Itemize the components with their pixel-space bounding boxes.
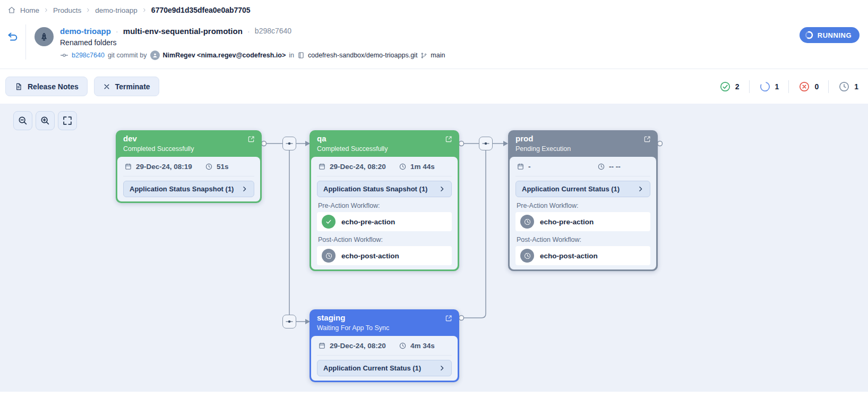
run-date: 29-Dec-24, 08:19 bbox=[136, 162, 192, 172]
clock-icon bbox=[205, 163, 213, 171]
run-date: 29-Dec-24, 08:20 bbox=[330, 341, 386, 351]
commit-row: b298c7640 git commit by NimRegev <nima.r… bbox=[60, 50, 445, 60]
zoom-out-button[interactable] bbox=[13, 111, 32, 130]
counter-failed: 0 bbox=[798, 81, 819, 92]
post-action-workflow-link[interactable]: echo-post-action bbox=[317, 246, 452, 265]
run-duration: 1m 44s bbox=[410, 162, 435, 172]
env-name: prod bbox=[515, 133, 571, 144]
chevron-right-icon bbox=[637, 186, 644, 192]
application-status-drawer[interactable]: Application Status Snapshot (1) bbox=[123, 181, 254, 197]
pre-action-workflow-link[interactable]: echo-pre-action bbox=[317, 212, 452, 231]
pending-clock-icon bbox=[520, 249, 534, 263]
zoom-out-icon bbox=[17, 115, 29, 127]
breadcrumb: Home Products demo-trioapp 6770e9d1d35df… bbox=[0, 0, 868, 20]
commit-by-text: git commit by bbox=[108, 52, 147, 59]
drawer-label: Application Current Status (1) bbox=[522, 184, 620, 193]
dot-separator: · bbox=[247, 26, 250, 36]
fullscreen-icon bbox=[62, 115, 73, 127]
terminate-button[interactable]: Terminate bbox=[94, 77, 159, 96]
release-header: demo-trioapp · multi-env-sequential-prom… bbox=[0, 20, 868, 69]
dot-separator: · bbox=[116, 26, 118, 36]
git-commit-icon bbox=[60, 51, 68, 60]
breadcrumb-app[interactable]: demo-trioapp bbox=[95, 6, 137, 14]
chevron-right-icon bbox=[241, 186, 248, 192]
application-status-drawer[interactable]: Application Current Status (1) bbox=[515, 181, 650, 197]
vertical-divider bbox=[25, 24, 26, 60]
pre-action-workflow-link[interactable]: echo-pre-action bbox=[515, 212, 650, 231]
drawer-label: Application Current Status (1) bbox=[323, 364, 421, 373]
open-environment-icon[interactable] bbox=[444, 135, 453, 144]
promotion-avatar bbox=[35, 27, 54, 46]
promotion-gate-qa-prod[interactable] bbox=[479, 137, 493, 150]
person-icon bbox=[152, 52, 158, 58]
canvas-controls bbox=[13, 111, 77, 130]
release-title-row: demo-trioapp · multi-env-sequential-prom… bbox=[60, 26, 445, 36]
success-circle-icon bbox=[719, 81, 731, 92]
gate-commit-icon bbox=[480, 138, 491, 149]
terminate-label: Terminate bbox=[115, 82, 150, 91]
application-status-drawer[interactable]: Application Current Status (1) bbox=[317, 360, 452, 376]
workflow-name: echo-post-action bbox=[341, 252, 399, 260]
run-duration: 51s bbox=[217, 162, 229, 172]
run-duration: -- -- bbox=[609, 162, 621, 172]
open-environment-icon[interactable] bbox=[444, 314, 453, 323]
gate-commit-icon bbox=[284, 138, 295, 149]
run-meta-row: - -- -- bbox=[515, 161, 650, 176]
chevron-right-icon bbox=[85, 7, 91, 13]
breadcrumb-home[interactable]: Home bbox=[20, 6, 39, 14]
calendar-icon bbox=[318, 342, 326, 350]
app-link[interactable]: demo-trioapp bbox=[60, 26, 111, 36]
promotion-flow-canvas: dev Completed Successfully 29-Dec-24, 08… bbox=[0, 104, 868, 392]
flow-name: multi-env-sequential-promotion bbox=[123, 26, 243, 36]
chevron-right-icon bbox=[44, 7, 49, 13]
counter-pending-value: 1 bbox=[854, 82, 858, 91]
chevron-right-icon bbox=[142, 7, 147, 13]
running-spinner-icon bbox=[759, 81, 771, 92]
breadcrumb-products[interactable]: Products bbox=[53, 6, 81, 14]
release-notes-button[interactable]: Release Notes bbox=[5, 77, 88, 96]
commit-author: NimRegev <nima.regev@codefresh.io> bbox=[163, 52, 286, 59]
zoom-in-button[interactable] bbox=[36, 111, 55, 130]
fit-view-button[interactable] bbox=[58, 111, 77, 130]
spinner-icon bbox=[805, 31, 813, 39]
document-icon bbox=[14, 82, 23, 91]
env-name: dev bbox=[123, 133, 194, 144]
zoom-in-icon bbox=[39, 115, 51, 127]
commit-in-text: in bbox=[289, 52, 294, 59]
clock-icon bbox=[597, 163, 605, 171]
commit-sha-link[interactable]: b298c7640 bbox=[72, 52, 105, 59]
open-environment-icon[interactable] bbox=[247, 135, 255, 144]
counter-divider bbox=[828, 80, 829, 93]
home-icon bbox=[7, 6, 16, 14]
env-status: Pending Execution bbox=[515, 145, 571, 153]
page-footer-strip bbox=[0, 392, 868, 396]
open-environment-icon[interactable] bbox=[643, 135, 651, 144]
author-avatar bbox=[150, 50, 160, 60]
pending-clock-icon bbox=[322, 249, 336, 263]
run-meta-row: 29-Dec-24, 08:19 51s bbox=[123, 161, 254, 176]
counter-divider bbox=[788, 80, 789, 93]
env-card-qa: qa Completed Successfully 29-Dec-24, 08:… bbox=[310, 130, 459, 271]
promotion-gate-dev-qa[interactable] bbox=[282, 137, 296, 150]
workflow-name: echo-pre-action bbox=[341, 218, 395, 226]
repo-link[interactable]: codefresh-sandbox/demo-trioapps.git bbox=[308, 52, 417, 59]
post-action-workflow-link[interactable]: echo-post-action bbox=[515, 246, 650, 265]
rocket-icon bbox=[39, 32, 49, 42]
error-circle-icon bbox=[798, 81, 810, 92]
undo-arrow-icon bbox=[6, 31, 18, 43]
chevron-right-icon bbox=[439, 186, 445, 192]
env-name: staging bbox=[317, 313, 389, 323]
promotion-gate-staging[interactable] bbox=[282, 315, 296, 328]
counter-pending: 1 bbox=[838, 81, 858, 92]
x-icon bbox=[103, 83, 110, 90]
run-meta-row: 29-Dec-24, 08:20 4m 34s bbox=[317, 340, 452, 356]
pre-action-label: Pre-Action Workflow: bbox=[517, 202, 649, 210]
drawer-label: Application Status Snapshot (1) bbox=[130, 184, 234, 193]
repository-icon bbox=[297, 52, 305, 59]
application-status-drawer[interactable]: Application Status Snapshot (1) bbox=[317, 181, 452, 197]
env-status: Waiting For App To Sync bbox=[317, 324, 389, 332]
run-meta-row: 29-Dec-24, 08:20 1m 44s bbox=[317, 161, 452, 176]
branch-link[interactable]: main bbox=[431, 52, 445, 59]
workflow-name: echo-pre-action bbox=[540, 218, 594, 226]
back-button[interactable] bbox=[6, 31, 18, 43]
